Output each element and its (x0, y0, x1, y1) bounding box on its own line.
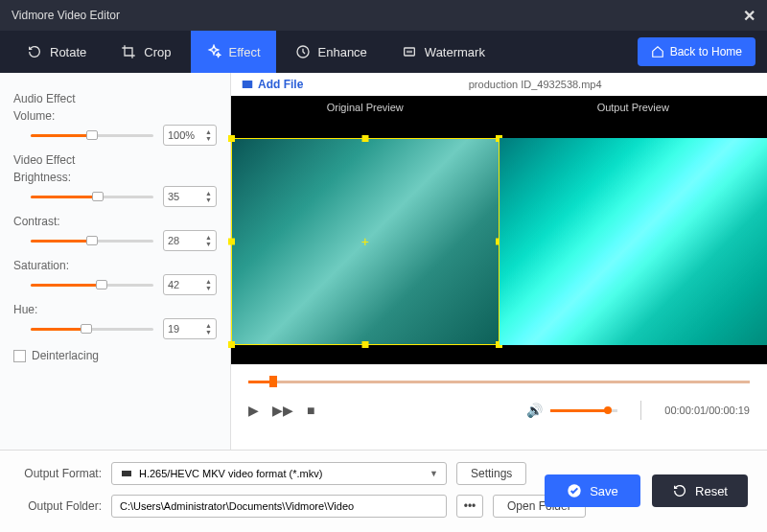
brightness-label: Brightness: (13, 171, 217, 184)
preview-area: Add File production ID_4932538.mp4 Origi… (230, 73, 767, 450)
current-filename: production ID_4932538.mp4 (313, 79, 757, 90)
browse-button[interactable]: ••• (456, 495, 483, 518)
tab-label: Rotate (50, 45, 86, 59)
volume-spinner[interactable]: 100%▲▼ (163, 125, 217, 146)
reset-button[interactable]: Reset (652, 474, 748, 507)
stop-button[interactable]: ■ (307, 403, 314, 418)
chevron-down-icon: ▼ (430, 469, 438, 478)
label: Settings (471, 467, 512, 480)
reset-icon (672, 483, 687, 498)
value: 19 (168, 323, 205, 335)
svg-rect-2 (243, 81, 253, 88)
value: 100% (168, 129, 205, 141)
hue-label: Hue: (13, 303, 217, 316)
value: C:\Users\Administrator\Documents\Vidmore… (120, 500, 354, 512)
home-icon (651, 45, 664, 58)
crop-icon (121, 44, 136, 59)
file-bar: Add File production ID_4932538.mp4 (231, 73, 767, 96)
value: 42 (168, 279, 205, 290)
footer: Output Format: H.265/HEVC MKV video form… (0, 450, 767, 532)
label: Save (590, 484, 618, 498)
add-file-button[interactable]: Add File (241, 78, 303, 91)
playback-controls: ▶ ▶▶ ■ 🔊 00:00:01/00:00:19 (231, 364, 767, 450)
toolbar: Rotate Crop Effect Enhance Watermark Bac… (0, 31, 767, 73)
tab-label: Effect (229, 45, 261, 59)
output-format-select[interactable]: H.265/HEVC MKV video format (*.mkv) ▼ (111, 462, 447, 485)
output-preview: Output Preview (500, 96, 768, 364)
time-display: 00:00:01/00:00:19 (664, 405, 750, 416)
original-image[interactable]: + (231, 138, 500, 345)
svg-rect-3 (122, 471, 131, 476)
tab-enhance[interactable]: Enhance (280, 31, 383, 73)
value: 35 (168, 191, 205, 202)
original-preview: Original Preview + (231, 96, 500, 364)
divider (640, 401, 641, 420)
brightness-slider[interactable] (31, 189, 153, 204)
output-folder-label: Output Folder: (15, 499, 102, 513)
value: H.265/HEVC MKV video format (*.mkv) (139, 468, 322, 479)
enhance-icon (295, 44, 311, 59)
value: 28 (168, 235, 205, 246)
contrast-label: Contrast: (13, 215, 217, 228)
label: Reset (695, 484, 728, 498)
app-title: Vidmore Video Editor (12, 9, 743, 22)
check-icon (567, 483, 582, 498)
hue-slider[interactable] (31, 321, 153, 336)
format-icon (120, 468, 133, 479)
save-button[interactable]: Save (545, 474, 640, 507)
brightness-spinner[interactable]: 35▲▼ (163, 186, 217, 207)
volume-icon[interactable]: 🔊 (526, 403, 543, 418)
selection-box[interactable]: + (231, 138, 500, 345)
tab-effect[interactable]: Effect (191, 31, 276, 73)
contrast-slider[interactable] (31, 233, 153, 248)
effect-icon (206, 44, 221, 59)
tab-label: Enhance (318, 45, 367, 59)
play-button[interactable]: ▶ (248, 403, 259, 418)
video-section-label: Video Effect (13, 153, 217, 167)
add-file-icon (241, 78, 254, 91)
titlebar: Vidmore Video Editor ✕ (0, 0, 767, 31)
deinterlacing-label: Deinterlacing (32, 349, 99, 362)
tab-rotate[interactable]: Rotate (12, 31, 102, 73)
main-area: Audio Effect Volume: 100%▲▼ Video Effect… (0, 73, 767, 450)
timeline-slider[interactable] (248, 374, 750, 389)
saturation-label: Saturation: (13, 259, 217, 272)
label: Add File (258, 78, 303, 91)
saturation-spinner[interactable]: 42▲▼ (163, 274, 217, 295)
close-icon[interactable]: ✕ (743, 7, 755, 25)
contrast-spinner[interactable]: 28▲▼ (163, 230, 217, 251)
tab-label: Crop (144, 45, 171, 59)
preview-label: Output Preview (500, 96, 768, 119)
forward-button[interactable]: ▶▶ (272, 403, 293, 418)
watermark-icon (402, 44, 417, 59)
output-format-label: Output Format: (15, 467, 102, 480)
deinterlacing-checkbox[interactable] (13, 350, 26, 362)
effect-sidebar: Audio Effect Volume: 100%▲▼ Video Effect… (0, 73, 230, 450)
tab-watermark[interactable]: Watermark (386, 31, 500, 73)
crosshair-icon: + (361, 234, 369, 249)
preview-label: Original Preview (231, 96, 500, 119)
volume-slider[interactable] (31, 127, 153, 143)
output-image (500, 138, 768, 345)
audio-section-label: Audio Effect (13, 92, 217, 105)
button-label: Back to Home (670, 45, 742, 58)
tab-label: Watermark (425, 45, 485, 59)
playback-volume-slider[interactable] (550, 405, 617, 416)
preview-panes: Original Preview + Output Preview (231, 96, 767, 364)
tab-crop[interactable]: Crop (105, 31, 186, 73)
output-folder-field[interactable]: C:\Users\Administrator\Documents\Vidmore… (111, 495, 447, 518)
settings-button[interactable]: Settings (456, 462, 526, 485)
hue-spinner[interactable]: 19▲▼ (163, 318, 217, 339)
volume-label: Volume: (13, 109, 217, 123)
back-to-home-button[interactable]: Back to Home (638, 37, 755, 66)
rotate-icon (27, 44, 42, 59)
saturation-slider[interactable] (31, 277, 153, 292)
